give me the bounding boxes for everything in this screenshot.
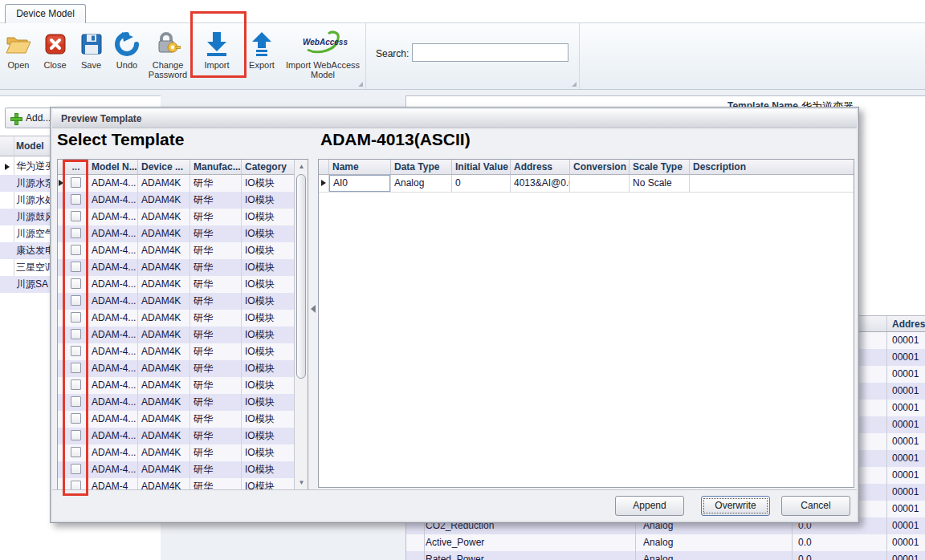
template-checkbox[interactable]	[71, 363, 81, 373]
export-arrow-icon	[247, 28, 276, 60]
svg-text:WebAccess: WebAccess	[303, 38, 348, 47]
template-row[interactable]: ADAM-4...ADAM4K研华IO模块	[58, 327, 308, 343]
initial-value-column-header[interactable]: Initial Value	[452, 160, 511, 174]
point-scale-type-cell[interactable]: No Scale	[630, 175, 690, 192]
template-row-selector	[58, 377, 64, 394]
template-checkbox[interactable]	[71, 447, 81, 457]
close-button[interactable]: Close	[37, 26, 73, 70]
export-button[interactable]: Export	[242, 26, 281, 70]
model-name-column-header[interactable]: Model N...	[88, 160, 138, 174]
template-row[interactable]: ADAM-4ADAM4K研华IO模块	[58, 478, 308, 490]
template-checkbox[interactable]	[71, 194, 81, 205]
template-row[interactable]: ADAM-4...ADAM4K研华IO模块	[58, 192, 308, 209]
template-row[interactable]: ADAM-4...ADAM4K研华IO模块	[58, 461, 308, 478]
template-checkbox-cell	[64, 310, 88, 327]
template-model-cell: ADAM-4...	[88, 377, 138, 394]
template-device-cell: ADAM4K	[138, 209, 190, 225]
point-address-cell[interactable]: 4013&AI@0.0	[511, 175, 570, 192]
signal-address-cell: 00001	[892, 400, 919, 416]
device-column-header[interactable]: Device ...	[138, 160, 190, 174]
template-row[interactable]: ADAM-4...ADAM4K研华IO模块	[58, 377, 308, 394]
template-category-cell: IO模块	[242, 225, 295, 242]
template-checkbox[interactable]	[71, 278, 81, 289]
import-button[interactable]: Import	[191, 26, 242, 70]
overwrite-button[interactable]: Overwrite	[701, 496, 770, 516]
template-checkbox[interactable]	[71, 396, 81, 407]
template-row[interactable]: ADAM-4...ADAM4K研华IO模块	[58, 310, 308, 327]
template-row[interactable]: ADAM-4...ADAM4K研华IO模块	[58, 175, 308, 192]
point-conversion-cell[interactable]	[570, 175, 630, 192]
template-checkbox[interactable]	[71, 329, 81, 339]
template-checkbox[interactable]	[71, 312, 81, 323]
scroll-up-icon[interactable]: ▲	[295, 160, 308, 173]
template-checkbox[interactable]	[71, 346, 81, 356]
template-checkbox[interactable]	[71, 177, 81, 188]
template-manufacturer-cell: 研华	[190, 428, 242, 444]
template-model-cell: ADAM-4	[88, 478, 138, 490]
point-name-cell[interactable]: AI0	[329, 175, 390, 192]
manufacturer-column-header[interactable]: Manufac...	[190, 160, 242, 174]
template-row[interactable]: ADAM-4...ADAM4K研华IO模块	[58, 411, 308, 428]
checkbox-column-header[interactable]: ...	[64, 160, 88, 174]
scrollbar-thumb[interactable]	[296, 174, 306, 379]
collapse-splitter-icon[interactable]	[311, 305, 316, 313]
undo-button[interactable]: Undo	[109, 26, 145, 70]
change-password-button[interactable]: Change Password	[145, 26, 191, 79]
template-checkbox[interactable]	[71, 430, 81, 440]
template-row[interactable]: ADAM-4...ADAM4K研华IO模块	[58, 293, 308, 310]
conversion-column-header[interactable]: Conversion ...	[570, 160, 630, 174]
template-manufacturer-cell: 研华	[190, 310, 242, 327]
template-row[interactable]: ADAM-4...ADAM4K研华IO模块	[58, 394, 308, 411]
template-category-cell: IO模块	[242, 444, 295, 461]
search-input[interactable]	[412, 43, 568, 62]
signal-row[interactable]: Active_PowerAnalog0.000001	[406, 534, 925, 551]
open-button[interactable]: Open	[0, 26, 37, 70]
address-column-header[interactable]: Address	[511, 160, 570, 174]
point-data-type-cell[interactable]: Analog	[391, 175, 452, 192]
template-device-cell: ADAM4K	[138, 377, 190, 394]
cancel-button[interactable]: Cancel	[781, 496, 850, 516]
scroll-down-icon[interactable]: ▼	[295, 476, 308, 489]
close-icon	[44, 28, 67, 60]
template-checkbox[interactable]	[71, 464, 81, 474]
template-row[interactable]: ADAM-4...ADAM4K研华IO模块	[58, 360, 308, 377]
signal-row[interactable]: Rated_PowerAnalog0.000001	[406, 551, 925, 560]
template-row[interactable]: ADAM-4...ADAM4K研华IO模块	[58, 444, 308, 461]
template-row[interactable]: ADAM-4...ADAM4K研华IO模块	[58, 259, 308, 276]
template-row[interactable]: ADAM-4...ADAM4K研华IO模块	[58, 428, 308, 444]
data-type-column-header[interactable]: Data Type	[391, 160, 452, 174]
template-row[interactable]: ADAM-4...ADAM4K研华IO模块	[58, 209, 308, 225]
template-row[interactable]: ADAM-4...ADAM4K研华IO模块	[58, 276, 308, 293]
description-column-header[interactable]: Description	[690, 160, 854, 174]
template-row[interactable]: ADAM-4...ADAM4K研华IO模块	[58, 343, 308, 360]
append-button[interactable]: Append	[615, 496, 684, 516]
model-list-item-label: 川源水处	[16, 192, 55, 209]
save-button[interactable]: Save	[73, 26, 109, 70]
template-checkbox[interactable]	[71, 262, 81, 272]
template-model-cell: ADAM-4...	[88, 444, 138, 461]
template-checkbox[interactable]	[71, 295, 81, 306]
template-checkbox[interactable]	[71, 245, 81, 255]
point-initial-value-cell[interactable]: 0	[452, 175, 511, 192]
template-checkbox-cell	[64, 394, 88, 411]
template-row[interactable]: ADAM-4...ADAM4K研华IO模块	[58, 225, 308, 242]
template-checkbox[interactable]	[71, 211, 81, 221]
template-checkbox[interactable]	[71, 228, 81, 238]
import-webaccess-model-button[interactable]: WebAccess Import WebAccess Model	[281, 26, 365, 79]
scale-type-column-header[interactable]: Scale Type	[630, 160, 690, 174]
template-manufacturer-cell: 研华	[190, 343, 242, 360]
category-column-header[interactable]: Category	[242, 160, 295, 174]
template-category-cell: IO模块	[242, 242, 295, 259]
template-checkbox-cell	[64, 461, 88, 478]
template-checkbox[interactable]	[71, 379, 81, 390]
name-column-header[interactable]: Name	[329, 160, 391, 174]
signal-address-cell: 00001	[892, 517, 919, 534]
vertical-scrollbar[interactable]: ▲ ▼	[294, 160, 308, 489]
tab-device-model[interactable]: Device Model	[5, 4, 86, 23]
template-checkbox[interactable]	[71, 413, 81, 424]
point-description-cell[interactable]	[690, 175, 854, 192]
point-row[interactable]: AI0 Analog 0 4013&AI@0.0 No Scale	[319, 175, 854, 192]
template-row[interactable]: ADAM-4...ADAM4K研华IO模块	[58, 242, 308, 259]
dialog-title-bar[interactable]: Preview Template	[52, 109, 857, 128]
template-model-cell: ADAM-4...	[88, 461, 138, 478]
